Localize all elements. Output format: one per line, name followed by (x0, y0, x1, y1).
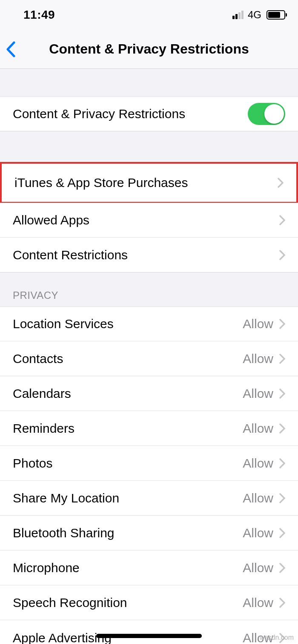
chevron-right-icon (279, 389, 285, 399)
privacy-speech-recognition-row[interactable]: Speech Recognition Allow (0, 585, 298, 620)
page-title: Content & Privacy Restrictions (0, 41, 298, 57)
row-label: Photos (13, 456, 52, 471)
content-privacy-toggle-row[interactable]: Content & Privacy Restrictions (0, 96, 298, 131)
privacy-microphone-row[interactable]: Microphone Allow (0, 550, 298, 585)
status-bar: 11:49 4G (0, 0, 298, 30)
highlighted-row-itunes: iTunes & App Store Purchases (0, 162, 298, 204)
battery-icon (266, 10, 285, 20)
itunes-app-store-purchases-row[interactable]: iTunes & App Store Purchases (2, 164, 296, 202)
privacy-contacts-row[interactable]: Contacts Allow (0, 341, 298, 376)
chevron-right-icon (279, 458, 285, 468)
row-value: Allow (243, 352, 273, 366)
row-label: Contacts (13, 352, 63, 366)
chevron-right-icon (279, 528, 285, 538)
allowed-apps-row[interactable]: Allowed Apps (0, 203, 298, 238)
privacy-calendars-row[interactable]: Calendars Allow (0, 376, 298, 411)
toggle-switch[interactable] (248, 103, 285, 125)
row-value: Allow (243, 596, 273, 610)
privacy-section-header: PRIVACY (0, 272, 298, 306)
cellular-signal-icon (232, 11, 244, 19)
chevron-right-icon (279, 493, 285, 503)
row-label: Reminders (13, 421, 74, 436)
row-label: Microphone (13, 561, 80, 575)
toggle-label: Content & Privacy Restrictions (13, 107, 185, 121)
row-label: Allowed Apps (13, 213, 89, 227)
row-label: iTunes & App Store Purchases (14, 176, 188, 190)
chevron-right-icon (279, 319, 285, 329)
row-value: Allow (243, 386, 273, 401)
row-value: Allow (243, 421, 273, 436)
row-label: Speech Recognition (13, 596, 127, 610)
toggle-knob (264, 104, 284, 124)
row-label: Content Restrictions (13, 248, 128, 262)
privacy-apple-advertising-row[interactable]: Apple Advertising Allow (0, 620, 298, 644)
privacy-reminders-row[interactable]: Reminders Allow (0, 411, 298, 446)
row-label: Calendars (13, 386, 71, 401)
row-value: Allow (243, 561, 273, 575)
chevron-right-icon (279, 250, 285, 260)
watermark: wsxdn.com (260, 634, 294, 641)
chevron-right-icon (279, 215, 285, 225)
row-label: Location Services (13, 317, 114, 331)
privacy-location-services-row[interactable]: Location Services Allow (0, 306, 298, 341)
row-value: Allow (243, 491, 273, 505)
section-spacer (0, 131, 298, 163)
status-indicators: 4G (232, 9, 285, 21)
chevron-left-icon (6, 41, 16, 57)
chevron-right-icon (279, 563, 285, 573)
home-indicator[interactable] (96, 634, 202, 638)
row-value: Allow (243, 317, 273, 331)
network-type: 4G (248, 9, 261, 21)
chevron-right-icon (279, 423, 285, 434)
status-time: 11:49 (23, 8, 55, 22)
row-value: Allow (243, 526, 273, 540)
row-label: Share My Location (13, 491, 119, 505)
section-spacer (0, 69, 298, 96)
navigation-bar: Content & Privacy Restrictions (0, 30, 298, 69)
chevron-right-icon (279, 354, 285, 364)
privacy-share-my-location-row[interactable]: Share My Location Allow (0, 481, 298, 516)
privacy-bluetooth-sharing-row[interactable]: Bluetooth Sharing Allow (0, 516, 298, 550)
chevron-right-icon (278, 178, 284, 188)
content-restrictions-row[interactable]: Content Restrictions (0, 238, 298, 272)
chevron-right-icon (279, 598, 285, 608)
privacy-photos-row[interactable]: Photos Allow (0, 446, 298, 481)
row-value: Allow (243, 456, 273, 471)
row-label: Bluetooth Sharing (13, 526, 115, 540)
back-button[interactable] (0, 41, 21, 57)
